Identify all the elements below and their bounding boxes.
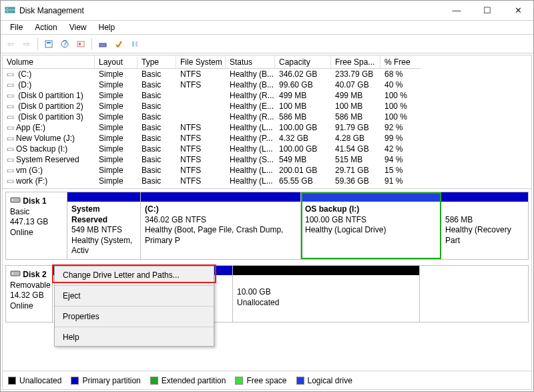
vol-status: Healthy (P... [226,133,275,144]
volume-row[interactable]: ▭ (C:)SimpleBasicNTFSHealthy (B...346.02… [3,69,531,79]
header-pct[interactable]: % Free [380,55,421,69]
vol-cap: 586 MB [275,112,331,122]
vol-cap: 200.01 GB [275,165,331,176]
refresh-icon[interactable] [41,37,56,51]
stripe-unallocated [233,266,419,275]
volume-list: Volume Layout Type File System Status Ca… [3,55,531,189]
header-status[interactable]: Status [226,55,275,69]
part-size: 10.00 GB [237,287,271,297]
maximize-button[interactable]: ☐ [472,1,503,20]
volume-row[interactable]: ▭ (Disk 0 partition 3)SimpleBasicHealthy… [3,112,531,122]
header-type[interactable]: Type [138,55,176,69]
vol-type: Basic [138,176,176,186]
vol-fs: NTFS [176,79,226,90]
vol-fs: NTFS [176,133,226,144]
cm-help[interactable]: Help [55,329,214,346]
vol-pct: 100 % [380,90,421,101]
vol-cap: 65.55 GB [275,176,331,186]
vol-type: Basic [138,144,176,154]
volume-row[interactable]: ▭work (F:)SimpleBasicNTFSHealthy (L...65… [3,176,531,186]
vol-cap: 4.32 GB [275,133,331,144]
disk1-part-sysreserved[interactable]: System Reserved 549 MB NTFS Healthy (Sys… [67,192,141,259]
vol-pct: 42 % [380,144,421,154]
menu-view[interactable]: View [64,21,92,33]
cm-change-drive-letter[interactable]: Change Drive Letter and Paths... [55,266,214,284]
cm-properties[interactable]: Properties [55,308,214,325]
drive-icon: ▭ [7,166,13,175]
header-volume[interactable]: Volume [3,55,95,69]
vol-cap: 100.00 GB [275,144,331,154]
action3-icon[interactable] [127,37,142,51]
header-layout[interactable]: Layout [95,55,138,69]
vol-layout: Simple [95,165,138,176]
part-size: 100.00 GB NTFS [305,215,366,224]
disk2-part-unallocated[interactable]: 10.00 GB Unallocated [233,266,420,322]
volume-row[interactable]: ▭vm (G:)SimpleBasicNTFSHealthy (L...200.… [3,165,531,176]
stripe-primary [141,192,300,202]
vol-cap: 100 MB [275,101,331,112]
volume-row[interactable]: ▭ (D:)SimpleBasicNTFSHealthy (B...99.60 … [3,79,531,90]
disk2-name: Disk 2 [23,270,46,279]
cm-eject[interactable]: Eject [55,287,214,305]
settings-icon[interactable] [73,37,88,51]
vol-layout: Simple [95,154,138,165]
window-controls: — ☐ ✕ [441,1,533,20]
disk-info-1[interactable]: Disk 1 Basic 447.13 GB Online [6,192,67,259]
volume-row[interactable]: ▭System ReservedSimpleBasicNTFSHealthy (… [3,154,531,165]
part-title: OS backup (I:) [305,204,359,214]
drive-icon: ▭ [7,91,13,100]
minimize-button[interactable]: — [441,1,472,20]
vol-free: 586 MB [331,112,380,122]
disk-icon [10,270,23,279]
header-fs[interactable]: File System [176,55,226,69]
vol-fs: NTFS [176,122,226,133]
forward-icon[interactable]: ⇨ [19,37,34,51]
vol-pct: 99 % [380,133,421,144]
close-button[interactable]: ✕ [503,1,533,20]
menu-file[interactable]: File [5,21,28,33]
header-free[interactable]: Free Spa... [331,55,380,69]
app-icon [5,5,15,16]
disk-info-2[interactable]: Disk 2 Removable 14.32 GB Online [6,266,53,322]
back-icon[interactable]: ⇦ [3,37,18,51]
svg-point-14 [12,200,13,201]
vol-free: 515 MB [331,154,380,165]
vol-cap: 346.02 GB [275,69,331,79]
action2-icon[interactable] [111,37,126,51]
vol-pct: 100 % [380,101,421,112]
volume-row[interactable]: ▭ (Disk 0 partition 1)SimpleBasicHealthy… [3,90,531,101]
svg-point-2 [7,7,8,9]
drive-icon: ▭ [7,102,13,111]
menu-action[interactable]: Action [29,21,62,33]
vol-fs: NTFS [176,165,226,176]
disk1-state: Online [10,228,33,237]
vol-pct: 100 % [380,112,421,122]
volume-row[interactable]: ▭App (E:)SimpleBasicNTFSHealthy (L...100… [3,122,531,133]
vol-layout: Simple [95,176,138,186]
vol-free: 40.07 GB [331,79,380,90]
stripe-logical [301,192,441,202]
vol-free: 233.79 GB [331,69,380,79]
svg-rect-9 [79,43,81,45]
vol-fs: NTFS [176,69,226,79]
drive-icon: ▭ [7,123,13,132]
legend-primary: Primary partition [71,376,140,385]
vol-layout: Simple [95,90,138,101]
vol-status: Healthy (L... [226,176,275,186]
volume-row[interactable]: ▭ (Disk 0 partition 2)SimpleBasicHealthy… [3,101,531,112]
header-capacity[interactable]: Capacity [275,55,331,69]
volume-row[interactable]: ▭OS backup (I:)SimpleBasicNTFSHealthy (L… [3,144,531,154]
svg-rect-12 [136,41,138,47]
part-size: 549 MB NTFS [71,225,122,234]
help-icon[interactable]: ? [57,37,72,51]
disk1-part-recovery[interactable]: 586 MB Healthy (Recovery Part [441,192,528,259]
action1-icon[interactable] [95,37,110,51]
titlebar: Disk Management — ☐ ✕ [1,1,533,21]
vol-status: Healthy (S... [226,154,275,165]
disk1-part-osbackup[interactable]: OS backup (I:) 100.00 GB NTFS Healthy (L… [301,192,441,259]
menu-help[interactable]: Help [93,21,121,33]
vol-fs [176,116,226,118]
volume-row[interactable]: ▭New Volume (J:)SimpleBasicNTFSHealthy (… [3,133,531,144]
disk1-part-c[interactable]: (C:) 346.02 GB NTFS Healthy (Boot, Page … [141,192,301,259]
svg-rect-11 [132,41,134,47]
